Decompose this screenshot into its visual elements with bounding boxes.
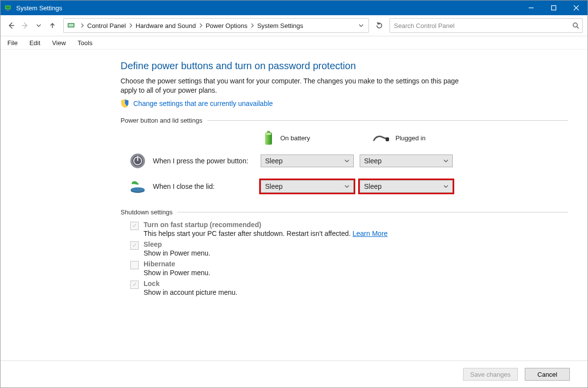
menu-view[interactable]: View (50, 38, 68, 48)
svg-line-12 (577, 26, 579, 28)
search-box[interactable] (390, 18, 583, 33)
window-controls (520, 0, 588, 15)
address-dropdown-button[interactable] (356, 20, 367, 31)
up-button[interactable] (47, 20, 58, 31)
row-close-lid: When I close the lid: Sleep Sleep (121, 178, 568, 195)
chevron-right-icon (199, 23, 203, 28)
hibernate-checkbox[interactable] (130, 261, 139, 269)
fast-startup-checkbox[interactable] (130, 222, 139, 230)
chevron-down-icon (443, 158, 448, 163)
option-title: Turn on fast startup (recommended) (144, 221, 388, 229)
section-label: Power button and lid settings (121, 117, 207, 124)
column-label: On battery (280, 134, 310, 142)
column-label: Plugged in (395, 134, 425, 142)
close-lid-icon (129, 178, 146, 195)
control-panel-icon (67, 21, 75, 30)
battery-icon (263, 131, 274, 146)
content-area: Define power buttons and turn on passwor… (0, 50, 588, 361)
close-lid-battery-dropdown[interactable]: Sleep (261, 180, 354, 193)
maximize-button[interactable] (542, 0, 565, 15)
crumb-system-settings[interactable]: System Settings (257, 22, 303, 29)
shield-icon (121, 99, 129, 108)
nav-bar: Control Panel Hardware and Sound Power O… (0, 15, 588, 36)
svg-point-11 (573, 23, 577, 27)
divider (177, 212, 568, 212)
sleep-checkbox[interactable] (130, 241, 139, 250)
dropdown-value: Sleep (364, 157, 382, 165)
recent-locations-button[interactable] (33, 20, 45, 31)
lock-checkbox[interactable] (130, 281, 139, 289)
title-bar: System Settings (0, 0, 588, 15)
crumb-power-options[interactable]: Power Options (206, 22, 247, 29)
divider (207, 120, 568, 121)
page-description: Choose the power settings that you want … (121, 77, 468, 95)
chevron-down-icon (344, 158, 349, 163)
dropdown-value: Sleep (265, 157, 283, 165)
menu-tools[interactable]: Tools (75, 38, 94, 48)
svg-point-15 (266, 133, 271, 135)
cancel-button[interactable]: Cancel (525, 368, 570, 381)
svg-rect-16 (386, 137, 389, 141)
column-on-battery: On battery (263, 131, 358, 146)
svg-rect-13 (267, 131, 270, 132)
option-title: Hibernate (144, 260, 210, 268)
power-button-battery-dropdown[interactable]: Sleep (261, 155, 354, 167)
crumb-control-panel[interactable]: Control Panel (87, 22, 126, 29)
menu-bar: File Edit View Tools (0, 36, 588, 50)
option-fast-startup: Turn on fast startup (recommended) This … (130, 221, 568, 237)
option-desc: This helps start your PC faster after sh… (144, 230, 388, 237)
option-lock: Lock Show in account picture menu. (130, 280, 568, 296)
row-label: When I press the power button: (153, 157, 261, 165)
section-power-button-lid: Power button and lid settings (121, 117, 568, 124)
svg-rect-10 (69, 24, 74, 26)
option-title: Sleep (144, 240, 210, 248)
section-shutdown-settings: Shutdown settings (121, 208, 568, 216)
plug-icon (373, 133, 390, 143)
menu-edit[interactable]: Edit (27, 38, 42, 48)
power-button-plugged-dropdown[interactable]: Sleep (360, 155, 453, 167)
forward-button[interactable] (19, 20, 31, 31)
option-title: Lock (144, 280, 237, 287)
close-button[interactable] (565, 0, 588, 15)
dropdown-value: Sleep (265, 182, 283, 190)
svg-rect-4 (552, 6, 556, 10)
svg-rect-1 (6, 6, 10, 8)
dropdown-value: Sleep (364, 182, 382, 190)
option-hibernate: Hibernate Show in Power menu. (130, 260, 568, 277)
refresh-button[interactable] (374, 20, 385, 31)
window-title: System Settings (16, 4, 520, 12)
close-lid-plugged-dropdown[interactable]: Sleep (360, 180, 453, 193)
learn-more-link[interactable]: Learn More (353, 230, 388, 237)
option-sleep: Sleep Show in Power menu. (130, 240, 568, 257)
save-changes-button[interactable]: Save changes (463, 368, 518, 381)
change-settings-link[interactable]: Change settings that are currently unava… (133, 100, 273, 107)
minimize-button[interactable] (520, 0, 542, 15)
chevron-right-icon (250, 23, 254, 28)
option-desc: Show in account picture menu. (144, 288, 237, 296)
footer-bar: Save changes Cancel (0, 361, 588, 388)
search-input[interactable] (393, 22, 572, 30)
search-icon (572, 22, 579, 29)
svg-point-22 (131, 187, 145, 192)
svg-rect-2 (6, 10, 9, 11)
chevron-right-icon (129, 23, 133, 28)
address-bar[interactable]: Control Panel Hardware and Sound Power O… (63, 18, 369, 33)
power-button-icon (129, 153, 146, 169)
chevron-down-icon (344, 184, 349, 189)
back-button[interactable] (5, 20, 17, 31)
option-desc: Show in Power menu. (144, 269, 210, 277)
page-heading: Define power buttons and turn on passwor… (121, 60, 568, 72)
row-label: When I close the lid: (153, 182, 261, 190)
section-label: Shutdown settings (121, 208, 177, 216)
app-icon (3, 3, 12, 12)
option-desc: Show in Power menu. (144, 249, 210, 257)
menu-file[interactable]: File (5, 38, 20, 48)
chevron-right-icon (80, 23, 84, 28)
row-power-button: When I press the power button: Sleep Sle… (121, 153, 568, 169)
chevron-down-icon (443, 184, 448, 189)
column-plugged-in: Plugged in (373, 133, 468, 143)
crumb-hardware-sound[interactable]: Hardware and Sound (136, 22, 196, 29)
